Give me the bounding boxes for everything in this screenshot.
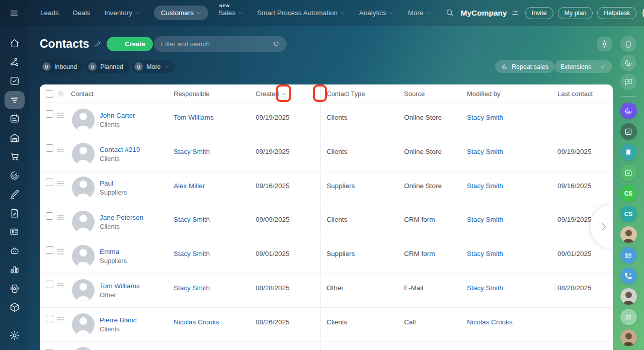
sidebar-analytics[interactable] bbox=[5, 262, 25, 277]
notifications-button[interactable] bbox=[620, 36, 636, 52]
sidebar-home[interactable] bbox=[5, 36, 25, 51]
column-header-source[interactable]: Source bbox=[404, 90, 467, 98]
counter-chip-more[interactable]: 0More bbox=[132, 60, 175, 73]
sidebar-settings[interactable] bbox=[5, 328, 25, 343]
create-button[interactable]: Create bbox=[107, 37, 153, 51]
column-header-contact-type[interactable]: Contact Type bbox=[327, 90, 404, 98]
counter-chip-inbound[interactable]: 0Inbound bbox=[40, 60, 83, 73]
modified-by-link[interactable]: Stacy Smith bbox=[467, 171, 557, 190]
copilot-button[interactable] bbox=[620, 55, 636, 71]
nav-item-leads[interactable]: Leads bbox=[40, 9, 59, 17]
modified-by-link[interactable]: Stacy Smith bbox=[467, 239, 557, 257]
extensions-button[interactable]: Extensions bbox=[554, 60, 612, 73]
table-row[interactable]: Pierre BlancClientsNicolas Crooks08/26/2… bbox=[40, 308, 613, 342]
table-row[interactable]: PaulSuppliersAlex Miller09/16/2025Suppli… bbox=[40, 171, 613, 206]
row-checkbox[interactable] bbox=[46, 281, 53, 288]
contact-name-link[interactable]: Emma bbox=[100, 248, 127, 255]
row-checkbox[interactable] bbox=[46, 144, 53, 152]
row-checkbox[interactable] bbox=[46, 246, 53, 254]
table-row[interactable]: Tom WilliamsOtherStacy Smith08/28/2025Ot… bbox=[40, 274, 613, 308]
tasks-badge[interactable] bbox=[620, 123, 637, 140]
sidebar-calendar[interactable] bbox=[5, 111, 25, 126]
row-checkbox[interactable] bbox=[46, 110, 53, 118]
modified-by-link[interactable]: Stacy Smith bbox=[467, 137, 557, 155]
contact-card-badge[interactable] bbox=[620, 247, 637, 264]
contact-name-link[interactable]: Paul bbox=[100, 180, 127, 187]
responsible-link[interactable]: Alex Miller bbox=[174, 171, 256, 190]
company-name-button[interactable]: MyCompany bbox=[461, 9, 519, 18]
contact-avatar-icon[interactable] bbox=[72, 313, 95, 336]
sidebar-collaboration[interactable] bbox=[5, 55, 25, 70]
helpdesk-button[interactable]: Helpdesk bbox=[597, 7, 636, 19]
responsible-link[interactable]: Stacy Smith bbox=[174, 239, 256, 257]
contact-avatar-icon[interactable] bbox=[72, 245, 95, 268]
counter-chip-planned[interactable]: 0Planned bbox=[86, 60, 129, 73]
sort-chevron-down-icon[interactable] bbox=[281, 91, 287, 97]
contact-name-link[interactable]: John Carter bbox=[100, 112, 135, 119]
bookmark-badge[interactable] bbox=[620, 144, 637, 160]
responsible-link[interactable]: Stacy Smith bbox=[174, 274, 256, 292]
drag-handle-icon[interactable] bbox=[57, 283, 64, 289]
cs-green-badge[interactable]: CS bbox=[620, 185, 637, 202]
pin-icon[interactable] bbox=[94, 40, 101, 48]
modified-by-link[interactable]: Nicolas Crooks bbox=[467, 308, 557, 326]
drag-handle-icon[interactable] bbox=[57, 147, 64, 152]
drag-handle-icon[interactable] bbox=[57, 181, 64, 187]
nav-item-more[interactable]: More bbox=[408, 9, 431, 17]
modified-by-link[interactable]: Stacy Smith bbox=[467, 274, 557, 292]
search-icon[interactable] bbox=[445, 8, 455, 18]
cs-teal-badge[interactable]: CS bbox=[620, 206, 637, 222]
phone-badge[interactable] bbox=[620, 268, 637, 284]
sidebar-documents[interactable] bbox=[5, 206, 25, 221]
contact-name-link[interactable]: Contact #219 bbox=[100, 146, 140, 153]
select-all-checkbox[interactable] bbox=[46, 90, 53, 98]
contact-name-link[interactable]: Jane Peterson bbox=[100, 214, 143, 221]
agent-avatar-cat[interactable] bbox=[620, 329, 637, 346]
column-header-last-contact[interactable]: Last contact bbox=[557, 90, 613, 98]
nav-item-analytics[interactable]: Analytics bbox=[359, 9, 394, 17]
row-checkbox[interactable] bbox=[46, 179, 53, 186]
chat-sync-button[interactable] bbox=[620, 74, 636, 90]
drag-handle-icon[interactable] bbox=[57, 249, 64, 254]
drag-handle-icon[interactable] bbox=[57, 113, 64, 118]
sidebar-inventory[interactable] bbox=[5, 130, 25, 145]
contact-avatar-icon[interactable] bbox=[72, 177, 95, 199]
tasks-green-badge[interactable] bbox=[620, 164, 637, 181]
modified-by-link[interactable] bbox=[467, 342, 557, 350]
table-row[interactable] bbox=[40, 342, 613, 350]
sidebar-devices[interactable] bbox=[5, 281, 25, 296]
copilot-badge[interactable] bbox=[620, 103, 637, 119]
sidebar-automation[interactable] bbox=[5, 300, 25, 315]
menu-icon[interactable] bbox=[9, 9, 20, 18]
table-row[interactable]: Jane PetersonClientsStacy Smith09/09/202… bbox=[40, 205, 613, 239]
responsible-link[interactable]: Nicolas Crooks bbox=[174, 308, 256, 326]
nav-item-inventory[interactable]: Inventory bbox=[104, 9, 140, 17]
sidebar-sales[interactable] bbox=[5, 149, 25, 164]
table-row[interactable]: Contact #219ClientsStacy Smith09/19/2025… bbox=[40, 137, 613, 171]
modified-by-link[interactable]: Stacy Smith bbox=[467, 205, 557, 223]
modified-by-link[interactable]: Stacy Smith bbox=[467, 103, 557, 121]
column-header-modified-by[interactable]: Modified by bbox=[467, 90, 557, 98]
repeat-sales-button[interactable]: Repeat sales bbox=[495, 60, 554, 73]
nav-item-sales[interactable]: NEWSales bbox=[218, 9, 243, 17]
drag-handle-icon[interactable] bbox=[57, 215, 64, 220]
contact-avatar-icon[interactable] bbox=[72, 109, 95, 131]
invite-users-badge[interactable] bbox=[620, 309, 637, 325]
responsible-link[interactable]: Stacy Smith bbox=[174, 205, 256, 223]
column-header-responsible[interactable]: Responsible bbox=[174, 90, 256, 98]
agent-avatar-1[interactable] bbox=[620, 226, 637, 243]
sidebar-contact-center[interactable] bbox=[5, 224, 25, 239]
nav-item-smart-process-automation[interactable]: Smart Process Automation bbox=[257, 9, 345, 17]
filter-search-input[interactable] bbox=[160, 40, 273, 48]
responsible-link[interactable] bbox=[174, 342, 256, 350]
sidebar-crm[interactable] bbox=[5, 91, 25, 109]
contact-name-link[interactable]: Pierre Blanc bbox=[100, 316, 137, 324]
grid-settings-icon[interactable] bbox=[57, 90, 65, 98]
magnifier-icon[interactable] bbox=[273, 40, 281, 48]
contact-avatar-icon[interactable] bbox=[72, 211, 95, 233]
contact-avatar-icon[interactable] bbox=[72, 143, 95, 165]
responsible-link[interactable]: Tom Williams bbox=[174, 103, 256, 121]
view-settings-button[interactable] bbox=[597, 37, 612, 51]
responsible-link[interactable]: Stacy Smith bbox=[174, 137, 256, 155]
row-checkbox[interactable] bbox=[46, 315, 53, 322]
